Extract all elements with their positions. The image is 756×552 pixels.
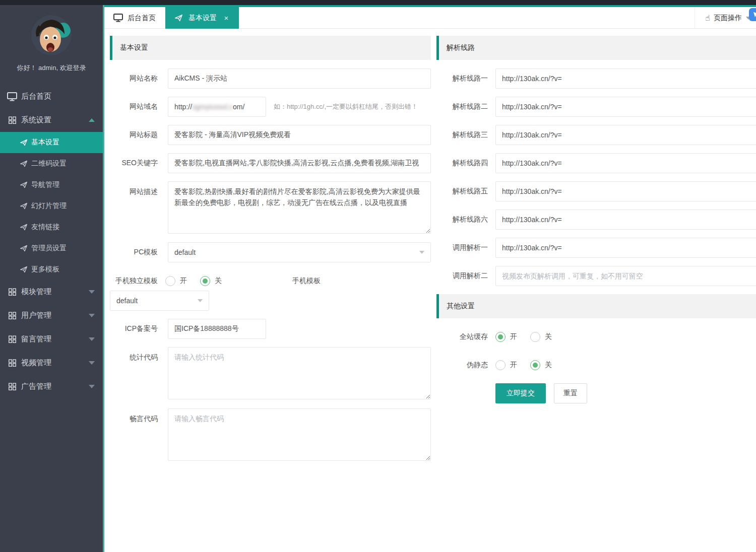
form-row: 解析线路三 xyxy=(445,125,756,145)
form-row: 网站名称 xyxy=(104,68,431,89)
radio-icon[interactable] xyxy=(530,360,540,370)
form-row: 畅言代码 xyxy=(104,408,431,461)
mobile-independent-radio-on[interactable]: 开 xyxy=(165,276,187,286)
form-row: 网站描述 爱客影院,热剧快播,最好看的剧情片尽在爱客影院,高清云影视免费为大家提… xyxy=(104,181,431,234)
field-label: 解析线路一 xyxy=(445,74,488,83)
cache-radio-on[interactable]: 开 xyxy=(495,332,517,342)
tab-bar: 后台首页 基本设置 页面操作 xyxy=(104,5,756,29)
sidebar-item-admin-settings[interactable]: 管理员设置 xyxy=(0,238,103,259)
parse-line-2-input[interactable] xyxy=(495,97,756,117)
pc-template-select[interactable]: default xyxy=(168,242,431,262)
site-name-input[interactable] xyxy=(168,68,431,89)
tab-basic-settings[interactable]: 基本设置 xyxy=(165,7,239,29)
paper-plane-icon xyxy=(19,139,28,147)
parse-line-6-input[interactable] xyxy=(495,210,756,230)
radio-icon[interactable] xyxy=(200,276,210,286)
basic-settings-panel-header: 基本设置 xyxy=(110,36,431,60)
field-label: 手机独立模板 xyxy=(104,277,158,286)
sidebar-item-ad-management[interactable]: 广告管理 xyxy=(0,375,103,398)
seo-keywords-input[interactable] xyxy=(168,153,431,173)
sidebar-item-message-management[interactable]: 留言管理 xyxy=(0,327,103,351)
call-parse-2-input[interactable] xyxy=(495,266,756,286)
sidebar-item-module-management[interactable]: 模块管理 xyxy=(0,280,103,304)
radio-label: 开 xyxy=(510,332,517,341)
close-icon[interactable] xyxy=(223,15,230,22)
avatar[interactable] xyxy=(31,15,72,55)
radio-icon[interactable] xyxy=(530,332,540,342)
sidebar-item-friend-links[interactable]: 友情链接 xyxy=(0,217,103,238)
parse-line-1-input[interactable] xyxy=(495,68,756,89)
stats-code-textarea[interactable] xyxy=(168,347,431,399)
field-label: 全站缓存 xyxy=(445,332,488,341)
sidebar-item-home[interactable]: 后台首页 xyxy=(0,85,103,108)
radio-icon[interactable] xyxy=(495,360,506,370)
corner-badge[interactable] xyxy=(749,8,756,21)
radio-label: 关 xyxy=(215,277,222,286)
caret-down-icon xyxy=(89,290,95,294)
sidebar-item-slideshow-management[interactable]: 幻灯片管理 xyxy=(0,195,103,217)
sidebar-item-qrcode-settings[interactable]: 二维码设置 xyxy=(0,153,103,174)
form-row: 全站缓存 开 关 xyxy=(445,327,756,347)
paper-plane-icon xyxy=(19,181,28,189)
sidebar-item-basic-settings[interactable]: 基本设置 xyxy=(0,132,103,153)
tab-home[interactable]: 后台首页 xyxy=(104,7,165,29)
site-domain-input[interactable]: http://sgmyiuosul.com/ xyxy=(168,97,266,117)
form-row: 调用解析一 xyxy=(445,238,756,258)
call-parse-1-input[interactable] xyxy=(495,238,756,258)
parse-line-3-input[interactable] xyxy=(495,125,756,145)
monitor-icon xyxy=(7,92,17,102)
form-row: PC模板 default xyxy=(104,242,431,262)
reset-button[interactable]: 重置 xyxy=(554,383,587,403)
icp-number-input[interactable] xyxy=(168,319,266,339)
page-actions-dropdown[interactable]: 页面操作 xyxy=(695,7,751,29)
submit-button[interactable]: 立即提交 xyxy=(495,383,546,403)
site-description-textarea[interactable]: 爱客影院,热剧快播,最好看的剧情片尽在爱客影院,高清云影视免费为大家提供最新最全… xyxy=(168,181,431,234)
form-row: 调用解析二 xyxy=(445,266,756,286)
cubes-icon xyxy=(7,334,17,344)
radio-icon[interactable] xyxy=(495,332,506,342)
caret-up-icon xyxy=(89,118,95,122)
changyan-code-textarea[interactable] xyxy=(168,408,431,461)
radio-label: 关 xyxy=(545,361,552,370)
field-label: 解析线路二 xyxy=(445,102,488,111)
sidebar-item-user-management[interactable]: 用户管理 xyxy=(0,304,103,327)
caret-down-icon xyxy=(89,361,95,365)
sidebar-item-system-settings[interactable]: 系统设置 xyxy=(0,108,103,132)
parse-line-5-input[interactable] xyxy=(495,181,756,201)
cache-radio-off[interactable]: 关 xyxy=(530,332,552,342)
field-label: SEO关键字 xyxy=(104,159,158,168)
field-label: 统计代码 xyxy=(104,347,158,367)
sidebar-item-label: 视频管理 xyxy=(21,358,51,368)
panel-title: 其他设置 xyxy=(447,302,475,311)
sidebar-item-label: 基本设置 xyxy=(31,138,59,147)
sidebar-item-video-management[interactable]: 视频管理 xyxy=(0,351,103,375)
tab-label: 基本设置 xyxy=(188,14,217,23)
rewrite-radio-on[interactable]: 开 xyxy=(495,360,517,370)
mobile-template-label: 手机模板 xyxy=(292,277,321,286)
panel-title: 基本设置 xyxy=(120,43,148,52)
paper-plane-icon xyxy=(19,265,28,274)
sidebar-item-label: 模块管理 xyxy=(21,287,51,297)
rewrite-radio-off[interactable]: 关 xyxy=(530,360,552,370)
paper-plane-icon xyxy=(19,202,28,211)
domain-suffix: om/ xyxy=(233,103,244,111)
radio-icon[interactable] xyxy=(165,276,175,286)
form-row: 手机独立模板 开 关 手机模板 xyxy=(104,273,431,289)
cubes-icon xyxy=(7,358,17,368)
user-greeting: 你好！ admin, 欢迎登录 xyxy=(0,63,103,73)
cubes-icon xyxy=(7,287,17,297)
mobile-independent-radio-off[interactable]: 关 xyxy=(200,276,222,286)
parse-line-4-input[interactable] xyxy=(495,153,756,173)
field-label: 网站标题 xyxy=(104,130,158,140)
sidebar-item-nav-management[interactable]: 导航管理 xyxy=(0,174,103,195)
field-label: 解析线路六 xyxy=(445,215,488,224)
paper-plane-icon xyxy=(19,160,28,168)
form-row: ICP备案号 xyxy=(104,319,431,339)
mobile-template-select[interactable]: default xyxy=(110,291,209,311)
site-title-input[interactable] xyxy=(168,125,431,145)
parse-lines-panel-header: 解析线路 xyxy=(436,36,756,60)
sidebar-item-more-templates[interactable]: 更多模板 xyxy=(0,259,103,280)
form-row: SEO关键字 xyxy=(104,153,431,173)
field-label: 调用解析二 xyxy=(445,271,488,281)
form-row: 解析线路一 xyxy=(445,68,756,89)
